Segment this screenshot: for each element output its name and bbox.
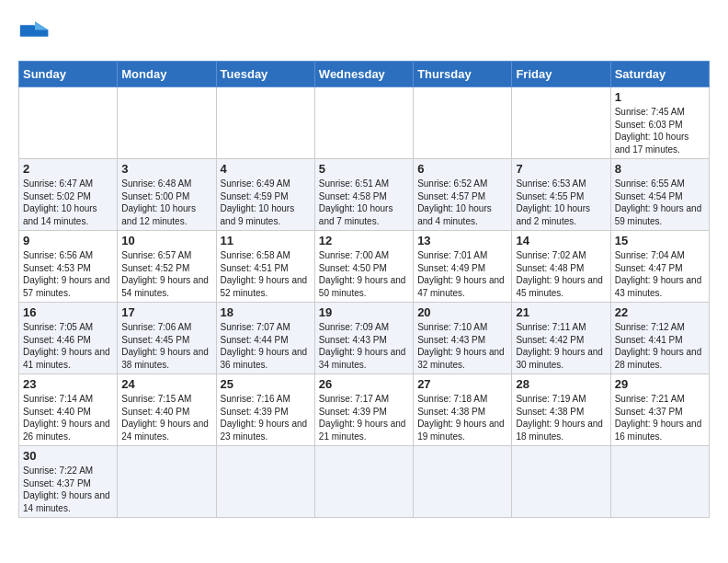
day-info: Sunrise: 7:17 AM Sunset: 4:39 PM Dayligh… (319, 393, 409, 442)
day-header-saturday: Saturday (610, 62, 709, 87)
day-info: Sunrise: 7:09 AM Sunset: 4:43 PM Dayligh… (319, 321, 409, 371)
day-info: Sunrise: 7:12 AM Sunset: 4:41 PM Dayligh… (615, 321, 705, 371)
day-number: 20 (417, 305, 507, 319)
day-number: 7 (516, 162, 606, 176)
day-info: Sunrise: 7:45 AM Sunset: 6:03 PM Dayligh… (615, 106, 705, 155)
day-number: 1 (615, 90, 705, 104)
calendar-cell (118, 87, 216, 159)
day-header-friday: Friday (512, 62, 610, 87)
day-number: 28 (516, 377, 606, 391)
day-info: Sunrise: 7:06 AM Sunset: 4:45 PM Dayligh… (121, 321, 211, 371)
day-number: 9 (23, 234, 113, 247)
day-number: 3 (121, 162, 211, 176)
svg-rect-0 (20, 25, 35, 37)
calendar-cell (414, 87, 512, 159)
calendar-cell (216, 446, 314, 518)
day-info: Sunrise: 6:56 AM Sunset: 4:53 PM Dayligh… (23, 249, 113, 299)
day-number: 30 (23, 449, 113, 463)
day-number: 2 (23, 162, 113, 176)
calendar-cell: 18Sunrise: 7:07 AM Sunset: 4:44 PM Dayli… (216, 303, 314, 374)
calendar-cell: 28Sunrise: 7:19 AM Sunset: 4:38 PM Dayli… (512, 374, 610, 446)
calendar-week-row: 1Sunrise: 7:45 AM Sunset: 6:03 PM Daylig… (19, 87, 710, 159)
calendar-cell: 24Sunrise: 7:15 AM Sunset: 4:40 PM Dayli… (118, 374, 216, 446)
day-info: Sunrise: 7:07 AM Sunset: 4:44 PM Dayligh… (221, 321, 311, 371)
day-info: Sunrise: 7:02 AM Sunset: 4:48 PM Dayligh… (516, 249, 606, 299)
day-info: Sunrise: 7:00 AM Sunset: 4:50 PM Dayligh… (319, 249, 409, 299)
calendar-cell (610, 446, 709, 518)
calendar-cell (512, 87, 610, 159)
day-info: Sunrise: 7:16 AM Sunset: 4:39 PM Dayligh… (221, 393, 311, 442)
calendar-cell: 1Sunrise: 7:45 AM Sunset: 6:03 PM Daylig… (610, 87, 709, 159)
calendar-week-row: 16Sunrise: 7:05 AM Sunset: 4:46 PM Dayli… (19, 303, 710, 374)
calendar-cell: 20Sunrise: 7:10 AM Sunset: 4:43 PM Dayli… (414, 303, 512, 374)
day-number: 6 (417, 162, 507, 176)
day-info: Sunrise: 7:01 AM Sunset: 4:49 PM Dayligh… (417, 249, 507, 299)
calendar-week-row: 23Sunrise: 7:14 AM Sunset: 4:40 PM Dayli… (19, 374, 710, 446)
day-info: Sunrise: 6:55 AM Sunset: 4:54 PM Dayligh… (615, 178, 705, 227)
calendar-week-row: 9Sunrise: 6:56 AM Sunset: 4:53 PM Daylig… (19, 231, 710, 303)
day-number: 21 (516, 305, 606, 319)
day-number: 24 (121, 377, 211, 391)
day-number: 23 (23, 377, 113, 391)
calendar-cell (414, 446, 512, 518)
day-header-sunday: Sunday (19, 62, 118, 87)
day-info: Sunrise: 6:47 AM Sunset: 5:02 PM Dayligh… (23, 178, 113, 227)
day-number: 14 (516, 234, 606, 247)
calendar-cell: 5Sunrise: 6:51 AM Sunset: 4:58 PM Daylig… (314, 159, 413, 231)
day-info: Sunrise: 7:11 AM Sunset: 4:42 PM Dayligh… (516, 321, 606, 371)
calendar-header-row: SundayMondayTuesdayWednesdayThursdayFrid… (19, 62, 710, 87)
calendar-cell: 15Sunrise: 7:04 AM Sunset: 4:47 PM Dayli… (610, 231, 709, 303)
day-header-monday: Monday (118, 62, 216, 87)
day-number: 16 (23, 305, 113, 319)
calendar-week-row: 2Sunrise: 6:47 AM Sunset: 5:02 PM Daylig… (19, 159, 710, 231)
calendar-cell: 17Sunrise: 7:06 AM Sunset: 4:45 PM Dayli… (118, 303, 216, 374)
day-number: 29 (615, 377, 705, 391)
calendar-cell: 9Sunrise: 6:56 AM Sunset: 4:53 PM Daylig… (19, 231, 118, 303)
calendar-cell: 26Sunrise: 7:17 AM Sunset: 4:39 PM Dayli… (314, 374, 413, 446)
calendar-cell: 19Sunrise: 7:09 AM Sunset: 4:43 PM Dayli… (314, 303, 413, 374)
calendar-cell: 21Sunrise: 7:11 AM Sunset: 4:42 PM Dayli… (512, 303, 610, 374)
day-info: Sunrise: 7:18 AM Sunset: 4:38 PM Dayligh… (417, 393, 507, 442)
day-number: 27 (417, 377, 507, 391)
day-info: Sunrise: 7:19 AM Sunset: 4:38 PM Dayligh… (516, 393, 606, 442)
calendar-cell: 11Sunrise: 6:58 AM Sunset: 4:51 PM Dayli… (216, 231, 314, 303)
calendar-cell: 14Sunrise: 7:02 AM Sunset: 4:48 PM Dayli… (512, 231, 610, 303)
day-number: 26 (319, 377, 409, 391)
day-number: 17 (121, 305, 211, 319)
calendar-cell: 12Sunrise: 7:00 AM Sunset: 4:50 PM Dayli… (314, 231, 413, 303)
day-number: 8 (615, 162, 705, 176)
calendar-cell: 25Sunrise: 7:16 AM Sunset: 4:39 PM Dayli… (216, 374, 314, 446)
calendar-cell: 23Sunrise: 7:14 AM Sunset: 4:40 PM Dayli… (19, 374, 118, 446)
calendar-cell: 7Sunrise: 6:53 AM Sunset: 4:55 PM Daylig… (512, 159, 610, 231)
calendar-cell: 13Sunrise: 7:01 AM Sunset: 4:49 PM Dayli… (414, 231, 512, 303)
day-info: Sunrise: 6:49 AM Sunset: 4:59 PM Dayligh… (221, 178, 311, 227)
day-header-tuesday: Tuesday (216, 62, 314, 87)
logo (18, 18, 55, 52)
day-number: 13 (417, 234, 507, 247)
day-info: Sunrise: 6:51 AM Sunset: 4:58 PM Dayligh… (319, 178, 409, 227)
calendar-cell (19, 87, 118, 159)
calendar-cell (512, 446, 610, 518)
day-number: 4 (221, 162, 311, 176)
day-info: Sunrise: 6:52 AM Sunset: 4:57 PM Dayligh… (417, 178, 507, 227)
day-number: 5 (319, 162, 409, 176)
svg-marker-2 (35, 22, 48, 30)
day-info: Sunrise: 6:57 AM Sunset: 4:52 PM Dayligh… (121, 249, 211, 299)
day-number: 25 (221, 377, 311, 391)
logo-icon (18, 18, 51, 52)
day-info: Sunrise: 6:48 AM Sunset: 5:00 PM Dayligh… (121, 178, 211, 227)
day-number: 19 (319, 305, 409, 319)
calendar-cell: 30Sunrise: 7:22 AM Sunset: 4:37 PM Dayli… (19, 446, 118, 518)
calendar-week-row: 30Sunrise: 7:22 AM Sunset: 4:37 PM Dayli… (19, 446, 710, 518)
day-info: Sunrise: 7:22 AM Sunset: 4:37 PM Dayligh… (23, 465, 113, 514)
day-number: 12 (319, 234, 409, 247)
calendar-cell: 3Sunrise: 6:48 AM Sunset: 5:00 PM Daylig… (118, 159, 216, 231)
day-number: 10 (121, 234, 211, 247)
calendar-cell: 4Sunrise: 6:49 AM Sunset: 4:59 PM Daylig… (216, 159, 314, 231)
calendar-cell: 22Sunrise: 7:12 AM Sunset: 4:41 PM Dayli… (610, 303, 709, 374)
day-info: Sunrise: 7:10 AM Sunset: 4:43 PM Dayligh… (417, 321, 507, 371)
calendar-table: SundayMondayTuesdayWednesdayThursdayFrid… (18, 61, 710, 518)
calendar-cell: 6Sunrise: 6:52 AM Sunset: 4:57 PM Daylig… (414, 159, 512, 231)
calendar-cell: 16Sunrise: 7:05 AM Sunset: 4:46 PM Dayli… (19, 303, 118, 374)
day-info: Sunrise: 7:05 AM Sunset: 4:46 PM Dayligh… (23, 321, 113, 371)
